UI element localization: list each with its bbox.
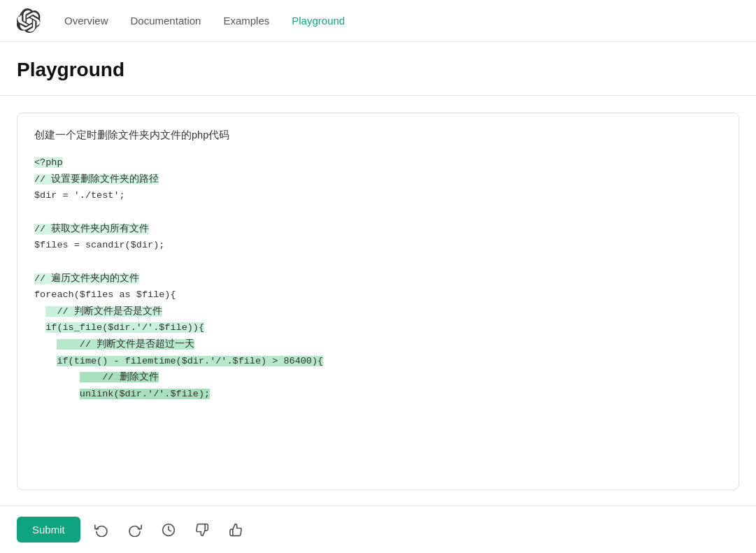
nav-playground[interactable]: Playground — [292, 15, 345, 27]
code-editor[interactable]: 创建一个定时删除文件夹内文件的php代码 <?php // 设置要删除文件夹的路… — [17, 113, 739, 490]
code-line: if(time() - filemtime($dir.'/'.$file) > … — [34, 353, 722, 370]
code-highlight: // 设置要删除文件夹的路径 — [34, 174, 159, 185]
submit-button[interactable]: Submit — [17, 517, 80, 543]
history-icon — [162, 523, 176, 537]
main-content: 创建一个定时删除文件夹内文件的php代码 <?php // 设置要删除文件夹的路… — [0, 96, 756, 546]
nav-links: Overview Documentation Examples Playgrou… — [64, 15, 345, 27]
history-button[interactable] — [156, 517, 181, 543]
code-block: <?php // 设置要删除文件夹的路径 $dir = './test'; //… — [34, 155, 722, 402]
code-line: foreach($files as $file){ — [34, 287, 722, 303]
code-highlight: // 判断文件是否是文件 — [45, 306, 162, 317]
thumbsdown-button[interactable] — [190, 517, 215, 543]
redo-button[interactable] — [122, 517, 148, 543]
intro-text: 创建一个定时删除文件夹内文件的php代码 — [34, 127, 722, 143]
code-highlight: unlink($dir.'/'.$file); — [80, 389, 210, 399]
undo-button[interactable] — [89, 517, 114, 543]
code-line: // 判断文件是否超过一天 — [34, 336, 722, 353]
bottom-bar: Submit — [0, 505, 756, 553]
nav-examples[interactable]: Examples — [223, 15, 269, 27]
code-highlight: // 判断文件是否超过一天 — [57, 339, 194, 350]
thumbsdown-icon — [195, 523, 209, 537]
thumbsup-icon — [229, 523, 243, 537]
code-highlight: if(time() - filemtime($dir.'/'.$file) > … — [57, 356, 323, 366]
code-highlight: // 获取文件夹内所有文件 — [34, 224, 149, 234]
code-line: if(is_file($dir.'/'.$file)){ — [34, 319, 722, 336]
redo-icon — [128, 523, 142, 537]
empty-line — [34, 254, 722, 271]
code-line: <?php — [34, 155, 722, 171]
code-line: $dir = './test'; — [34, 187, 722, 204]
code-line: // 遍历文件夹内的文件 — [34, 271, 722, 287]
code-line: unlink($dir.'/'.$file); — [34, 386, 722, 403]
empty-line — [34, 204, 722, 221]
code-highlight: if(is_file($dir.'/'.$file)){ — [45, 322, 204, 333]
page-title-section: Playground — [0, 42, 756, 96]
undo-icon — [94, 523, 108, 537]
nav-documentation[interactable]: Documentation — [131, 15, 201, 27]
code-line: $files = scandir($dir); — [34, 237, 722, 254]
code-highlight: // 遍历文件夹内的文件 — [34, 273, 139, 284]
code-highlight: <?php — [34, 157, 63, 168]
code-highlight: // 删除文件 — [80, 372, 159, 382]
thumbsup-button[interactable] — [223, 517, 248, 543]
code-line: // 删除文件 — [34, 369, 722, 386]
code-line: // 获取文件夹内所有文件 — [34, 221, 722, 238]
code-line: // 判断文件是否是文件 — [34, 303, 722, 320]
page-title: Playground — [17, 59, 739, 81]
nav-overview[interactable]: Overview — [64, 15, 108, 27]
navbar: Overview Documentation Examples Playgrou… — [0, 0, 756, 42]
openai-logo-icon — [17, 8, 42, 34]
code-line: // 设置要删除文件夹的路径 — [34, 171, 722, 188]
